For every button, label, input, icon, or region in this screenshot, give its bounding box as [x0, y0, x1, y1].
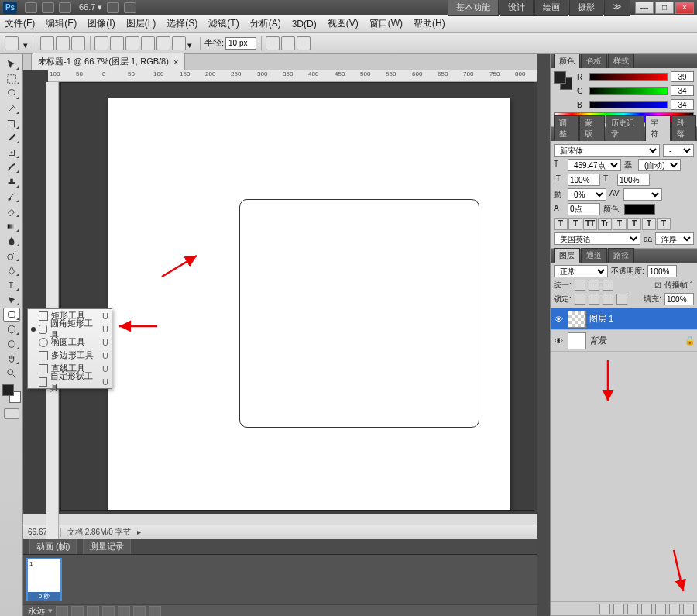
unify-vis-icon[interactable] [589, 280, 599, 291]
workspace-tab-basic[interactable]: 基本功能 [448, 0, 499, 16]
minimize-button[interactable]: — [635, 2, 654, 14]
kerning-select[interactable] [623, 188, 662, 201]
arrange-z-icon[interactable] [297, 36, 311, 50]
unify-pos-icon[interactable] [575, 280, 585, 291]
new-layer-icon[interactable] [669, 604, 680, 614]
smallcaps-button[interactable]: Tr [598, 218, 612, 230]
r-value[interactable]: 39 [671, 71, 694, 82]
ruler-horizontal[interactable]: 100 50 0 50 100 150 200 250 300 350 400 … [48, 70, 537, 82]
unify-style-icon[interactable] [603, 280, 613, 291]
heal-tool[interactable] [3, 146, 20, 160]
layer-thumbnail[interactable] [568, 311, 586, 328]
custom-shape-icon[interactable] [172, 36, 186, 50]
tracking-select[interactable]: 0% [568, 188, 606, 201]
lock-trans-icon[interactable] [575, 294, 585, 305]
fill-input[interactable] [664, 293, 694, 305]
font-style-select[interactable]: - [663, 144, 694, 157]
lock-all-icon[interactable] [616, 294, 627, 305]
maximize-button[interactable]: □ [655, 2, 674, 14]
flyout-custom-shape[interactable]: 自定形状工具U [28, 375, 112, 388]
tab-paths[interactable]: 路径 [608, 248, 634, 263]
combine-icon[interactable] [266, 36, 280, 50]
menu-layer[interactable]: 图层(L) [126, 17, 156, 30]
visibility-icon[interactable]: 👁 [552, 315, 565, 324]
r-slider[interactable] [589, 73, 668, 81]
b-slider[interactable] [589, 101, 668, 108]
text-color-swatch[interactable] [624, 204, 655, 215]
pen-tool[interactable] [3, 263, 20, 277]
layer-row[interactable]: 👁 背景 🔒 [551, 330, 697, 352]
canvas[interactable] [60, 82, 534, 511]
fill-pixels-icon[interactable] [71, 36, 85, 50]
delete-frame-icon[interactable] [149, 606, 161, 617]
gradient-tool[interactable] [3, 219, 20, 233]
workspace-more[interactable]: ≫ [604, 0, 630, 16]
panel-collapse-bar[interactable] [537, 54, 550, 616]
workspace-tab-design[interactable]: 设计 [500, 0, 534, 16]
lock-pixels-icon[interactable] [589, 294, 599, 305]
tab-channels[interactable]: 通道 [581, 248, 607, 263]
g-slider[interactable] [589, 87, 668, 95]
marquee-tool[interactable] [3, 72, 20, 86]
screenmode-icon[interactable] [124, 2, 136, 13]
g-value[interactable]: 34 [671, 85, 694, 96]
minibridge-icon[interactable] [42, 2, 54, 13]
menu-analysis[interactable]: 分析(A) [250, 17, 281, 30]
close-button[interactable]: × [675, 2, 694, 14]
eraser-tool[interactable] [3, 205, 20, 219]
brush-tool[interactable] [3, 160, 20, 174]
layer-name[interactable]: 背景 [589, 335, 606, 346]
3d-tool[interactable] [3, 322, 20, 336]
link-layers-icon[interactable] [599, 604, 610, 614]
zoom-tool[interactable] [3, 367, 20, 380]
prev-frame-icon[interactable] [71, 606, 84, 617]
tab-layers[interactable]: 图层 [554, 248, 580, 263]
tool-preset-icon[interactable] [5, 36, 19, 50]
tab-swatches[interactable]: 色板 [581, 54, 607, 68]
next-frame-icon[interactable] [102, 606, 115, 617]
menu-image[interactable]: 图像(I) [88, 17, 115, 30]
adjustment-layer-icon[interactable] [641, 604, 652, 614]
view-extras-icon[interactable] [59, 2, 71, 13]
bold-button[interactable]: T [554, 218, 568, 230]
new-frame-icon[interactable] [133, 606, 146, 617]
layer-mask-icon[interactable] [627, 604, 638, 614]
blur-tool[interactable] [3, 234, 20, 248]
color-swatch-panel[interactable] [554, 71, 572, 90]
blend-mode-select[interactable]: 正常 [554, 265, 608, 277]
layer-fx-icon[interactable] [613, 604, 624, 614]
lock-pos-icon[interactable] [603, 294, 613, 305]
tab-styles[interactable]: 样式 [608, 54, 634, 68]
workspace-tab-paint[interactable]: 绘画 [534, 0, 568, 16]
move-tool[interactable] [3, 57, 20, 71]
b-value[interactable]: 34 [671, 99, 694, 110]
propagate-label[interactable]: 传播帧 1 [664, 280, 694, 291]
quickmask-icon[interactable] [4, 408, 19, 419]
baseline-input[interactable] [568, 203, 600, 215]
menu-file[interactable]: 文件(F) [5, 17, 35, 30]
paths-icon[interactable] [56, 36, 70, 50]
document-tab-close[interactable]: × [173, 57, 178, 67]
first-frame-icon[interactable] [56, 606, 68, 617]
vscale-input[interactable] [568, 174, 600, 186]
line-icon[interactable] [156, 36, 170, 50]
color-swatch[interactable] [2, 384, 21, 403]
superscript-button[interactable]: T [613, 218, 627, 230]
visibility-icon[interactable]: 👁 [552, 336, 565, 346]
history-brush-tool[interactable] [3, 190, 20, 204]
menu-select[interactable]: 选择(S) [167, 17, 197, 30]
font-size-select[interactable]: 459.47点 [568, 159, 621, 171]
bottom-tab-animation[interactable]: 动画 (帧) [29, 539, 77, 555]
delete-layer-icon[interactable] [683, 604, 694, 614]
opacity-input[interactable] [647, 265, 677, 277]
bridge-icon[interactable] [25, 2, 37, 13]
layer-row[interactable]: 👁 图层 1 [551, 308, 697, 330]
rect-icon[interactable] [94, 36, 108, 50]
allcaps-button[interactable]: TT [583, 218, 597, 230]
tab-history[interactable]: 历史记录 [606, 115, 645, 141]
italic-button[interactable]: T [568, 218, 582, 230]
scrollbar-horizontal[interactable] [23, 514, 537, 525]
layer-name[interactable]: 图层 1 [589, 313, 613, 325]
workspace-tab-photo[interactable]: 摄影 [569, 0, 603, 16]
font-family-select[interactable]: 新宋体 [554, 144, 660, 157]
